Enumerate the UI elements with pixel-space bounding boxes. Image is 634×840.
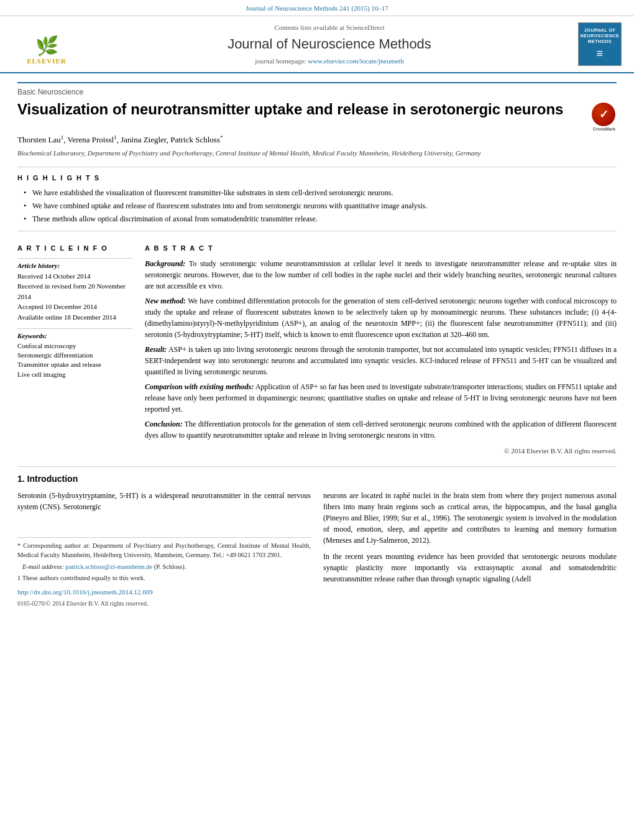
intro-col-left: Serotonin (5-hydroxytryptamine, 5-HT) is… bbox=[17, 490, 311, 607]
elsevier-logo: 🌿 ELSEVIER bbox=[12, 22, 81, 66]
main-content: Basic Neuroscience Visualization of neur… bbox=[0, 73, 634, 614]
new-method-text: We have combined differentiation protoco… bbox=[145, 297, 617, 339]
thumb-graphic: ≡ bbox=[596, 47, 603, 61]
conclusion-text: The differentiation protocols for the ge… bbox=[145, 420, 617, 440]
article-title-block: Visualization of neurotransmitter uptake… bbox=[17, 100, 617, 127]
history-label: Article history: bbox=[17, 261, 132, 270]
background-label: Background: bbox=[145, 259, 185, 268]
comparison-label: Comparison with existing methods: bbox=[145, 382, 254, 391]
keyword-3: Transmitter uptake and release bbox=[17, 360, 132, 369]
copyright-line: © 2014 Elsevier B.V. All rights reserved… bbox=[145, 446, 617, 456]
intro-left-text: Serotonin (5-hydroxytryptamine, 5-HT) is… bbox=[17, 490, 311, 512]
highlight-item: We have combined uptake and release of f… bbox=[24, 201, 617, 211]
divider-1 bbox=[17, 167, 617, 167]
keywords-block: Keywords: Confocal microscopy Serotonerg… bbox=[17, 328, 132, 379]
received-revised: Received in revised form 20 November 201… bbox=[17, 281, 132, 302]
intro-right-para2: In the recent years mounting evidence ha… bbox=[323, 551, 617, 584]
conclusion-label: Conclusion: bbox=[145, 420, 183, 428]
crossmark-icon: ✓ bbox=[592, 103, 615, 126]
introduction-section: 1. Introduction Serotonin (5-hydroxytryp… bbox=[17, 466, 617, 608]
divider-2 bbox=[17, 231, 617, 231]
abstract-new-method: New method: We have combined differentia… bbox=[145, 295, 617, 340]
abstract-background: Background: To study serotonergic volume… bbox=[145, 258, 617, 292]
doi-anchor[interactable]: http://dx.doi.org/10.1016/j.jneumeth.201… bbox=[17, 588, 153, 596]
new-method-label: New method: bbox=[145, 297, 186, 305]
license-line: 0165-0270/© 2014 Elsevier B.V. All right… bbox=[17, 599, 311, 608]
keyword-2: Serotonergic differentiation bbox=[17, 351, 132, 360]
available-date: Available online 18 December 2014 bbox=[17, 312, 132, 323]
sciencedirect-label: Contents lists available at ScienceDirec… bbox=[87, 23, 572, 32]
background-text: To study serotonergic volume neurotransm… bbox=[145, 259, 617, 290]
crossmark-badge: ✓ CrossMark bbox=[592, 103, 617, 127]
abstract-conclusion: Conclusion: The differentiation protocol… bbox=[145, 418, 617, 441]
accepted-date: Accepted 10 December 2014 bbox=[17, 302, 132, 312]
abstract-result: Result: ASP+ is taken up into living ser… bbox=[145, 344, 617, 377]
journal-title: Journal of Neuroscience Methods bbox=[87, 35, 572, 54]
journal-thumbnail: JOURNAL OF NEUROSCIENCE METHODS ≡ bbox=[578, 22, 622, 66]
highlight-item: We have established the visualization of… bbox=[24, 188, 617, 198]
thumb-line2: NEUROSCIENCE bbox=[581, 33, 619, 39]
crossmark-label: CrossMark bbox=[592, 127, 617, 132]
affiliation: Biochemical Laboratory, Department of Ps… bbox=[17, 149, 617, 158]
keyword-1: Confocal microscopy bbox=[17, 341, 132, 351]
email-suffix: (P. Schloss). bbox=[154, 563, 186, 570]
journal-homepage: journal homepage: www.elsevier.com/locat… bbox=[87, 57, 572, 66]
page-wrapper: Journal of Neuroscience Methods 241 (201… bbox=[0, 0, 634, 614]
intro-heading: 1. Introduction bbox=[17, 473, 617, 486]
email-link[interactable]: patrick.schloss@zi-mannheim.de bbox=[65, 563, 152, 570]
section-tag: Basic Neuroscience bbox=[17, 82, 617, 98]
received-date: Received 14 October 2014 bbox=[17, 271, 132, 282]
email-label: E-mail address: bbox=[22, 563, 64, 570]
journal-reference: Journal of Neuroscience Methods 241 (201… bbox=[246, 4, 388, 12]
info-abstract-columns: A R T I C L E I N F O Article history: R… bbox=[17, 238, 617, 456]
abstract-header: A B S T R A C T bbox=[145, 244, 617, 253]
footnote-sup1: 1 These authors contributed equally to t… bbox=[17, 574, 311, 583]
tree-icon: 🌿 bbox=[35, 37, 58, 55]
authors-line: Thorsten Lau1, Verena Proissl1, Janina Z… bbox=[17, 134, 617, 146]
abstract-col: A B S T R A C T Background: To study ser… bbox=[145, 238, 617, 456]
thumb-line3: METHODS bbox=[588, 39, 612, 44]
abstract-text: Background: To study serotonergic volume… bbox=[145, 258, 617, 456]
intro-col-right: neurons are located in raphé nuclei in t… bbox=[323, 490, 617, 607]
article-info-col: A R T I C L E I N F O Article history: R… bbox=[17, 238, 132, 456]
highlights-list: We have established the visualization of… bbox=[17, 188, 617, 224]
journal-header: 🌿 ELSEVIER Contents lists available at S… bbox=[0, 16, 634, 73]
result-label: Result: bbox=[145, 345, 167, 354]
abstract-comparison: Comparison with existing methods: Applic… bbox=[145, 381, 617, 415]
highlight-item: These methods allow optical discriminati… bbox=[24, 214, 617, 224]
keyword-4: Live cell imaging bbox=[17, 370, 132, 379]
intro-columns: Serotonin (5-hydroxytryptamine, 5-HT) is… bbox=[17, 490, 617, 607]
keywords-label: Keywords: bbox=[17, 331, 132, 341]
highlights-header: H I G H L I G H T S bbox=[17, 173, 617, 183]
history-block: Article history: Received 14 October 201… bbox=[17, 258, 132, 322]
result-text: ASP+ is taken up into living serotonergi… bbox=[145, 345, 617, 376]
journal-center: Contents lists available at ScienceDirec… bbox=[87, 23, 572, 67]
thumb-line1: JOURNAL OF bbox=[584, 27, 615, 33]
top-bar: Journal of Neuroscience Methods 241 (201… bbox=[0, 0, 634, 16]
intro-right-para1: neurons are located in raphé nuclei in t… bbox=[323, 490, 617, 546]
footnote-star: * Corresponding author at: Department of… bbox=[17, 542, 311, 560]
footnote-email: E-mail address: patrick.schloss@zi-mannh… bbox=[17, 563, 311, 572]
elsevier-brand: ELSEVIER bbox=[27, 57, 67, 66]
doi-link[interactable]: http://dx.doi.org/10.1016/j.jneumeth.201… bbox=[17, 587, 311, 598]
footnotes: * Corresponding author at: Department of… bbox=[17, 537, 311, 607]
homepage-link[interactable]: www.elsevier.com/locate/jneumeth bbox=[308, 57, 403, 65]
article-title-text: Visualization of neurotransmitter uptake… bbox=[17, 100, 563, 119]
article-info-header: A R T I C L E I N F O bbox=[17, 244, 132, 253]
